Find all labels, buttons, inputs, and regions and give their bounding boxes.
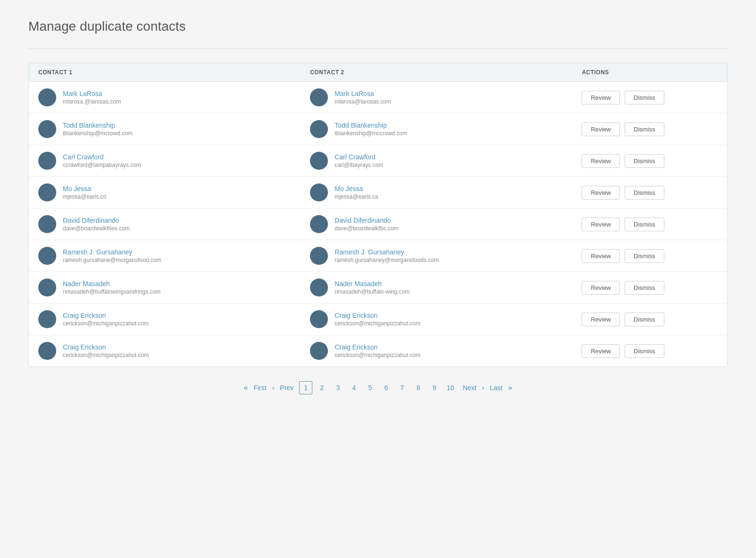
review-button[interactable]: Review xyxy=(582,154,620,168)
contact2-name: Craig Erickson xyxy=(335,343,421,351)
duplicates-table: CONTACT 1 CONTACT 2 ACTIONS Mark LaRosa … xyxy=(28,63,728,367)
contact1-cell: David Diferdinando dave@boardwalkfries.c… xyxy=(38,215,310,233)
avatar xyxy=(310,88,328,106)
page-number-9[interactable]: 9 xyxy=(428,381,441,394)
next-button[interactable]: Next xyxy=(460,382,479,393)
page-number-10[interactable]: 10 xyxy=(444,381,457,394)
contact1-cell: Ramesh J. Gursahaney ramesh.gursahane@mo… xyxy=(38,247,310,265)
review-button[interactable]: Review xyxy=(582,344,620,358)
avatar xyxy=(38,183,56,201)
contact2-info: David Diferdinando dave@boardwalkfbs.com xyxy=(335,217,398,232)
contact2-name: Mo Jessa xyxy=(335,185,378,192)
contact2-email: mjessa@earls.ca xyxy=(335,193,378,200)
contact2-info: Todd Blankenship tblankenship@mccrowd.co… xyxy=(335,122,407,137)
table-row: Mark LaRosa mlarosa.@larosas.com Mark La… xyxy=(29,82,727,113)
contact1-email: ccrawford@tampabayrays.com xyxy=(63,162,141,168)
contact1-cell: Craig Erickson cerickson@michiganpizzahu… xyxy=(38,310,310,328)
contact2-info: Craig Erickson cerickson@michiganpizzahu… xyxy=(335,312,421,327)
contact2-cell: Craig Erickson cerickson@michiganpizzahu… xyxy=(310,310,582,328)
table-row: Ramesh J. Gursahaney ramesh.gursahane@mo… xyxy=(29,240,727,272)
contact1-info: Nader Masadeh nmasadeh@buffalowingsandri… xyxy=(63,280,161,295)
dismiss-button[interactable]: Dismiss xyxy=(625,249,664,263)
actions-cell: Review Dismiss xyxy=(582,313,718,326)
page-numbers: 12345678910 xyxy=(299,381,457,394)
contact1-name: Craig Erickson xyxy=(63,312,149,319)
table-row: Craig Erickson cerickson@michiganpizzahu… xyxy=(29,335,727,366)
contact2-name: David Diferdinando xyxy=(335,217,398,224)
contact2-name: Nader Masadeh xyxy=(335,280,410,288)
review-button[interactable]: Review xyxy=(582,91,620,105)
contact1-cell: Mo Jessa mjessa@earls.co xyxy=(38,183,310,201)
header-contact2: CONTACT 2 xyxy=(310,69,582,76)
contact1-cell: Craig Erickson cerickson@michiganpizzahu… xyxy=(38,342,310,360)
contact2-cell: David Diferdinando dave@boardwalkfbs.com xyxy=(310,215,582,233)
page-number-6[interactable]: 6 xyxy=(379,381,393,394)
contact2-name: Mark LaRosa xyxy=(335,90,391,97)
contact1-name: David Diferdinando xyxy=(63,217,130,224)
review-button[interactable]: Review xyxy=(582,281,620,295)
first-double-chevron-icon: « xyxy=(244,384,248,392)
contact1-name: Craig Erickson xyxy=(63,343,149,351)
dismiss-button[interactable]: Dismiss xyxy=(625,154,664,168)
contact2-name: Ramesh J. Gursahaney xyxy=(335,248,438,256)
contact1-email: cerickson@michiganpizzahut.com xyxy=(63,320,149,327)
avatar xyxy=(38,215,56,233)
contact1-info: Craig Erickson cerickson@michiganpizzahu… xyxy=(63,343,149,358)
contact1-info: Craig Erickson cerickson@michiganpizzahu… xyxy=(63,312,149,327)
header-contact1: CONTACT 1 xyxy=(38,69,310,76)
avatar xyxy=(310,342,328,360)
contact2-info: Craig Erickson cerickson@michiganpizzahu… xyxy=(335,343,421,358)
contact2-name: Craig Erickson xyxy=(335,312,421,319)
contact1-name: Carl Crawford xyxy=(63,153,141,161)
dismiss-button[interactable]: Dismiss xyxy=(625,91,664,105)
contact1-name: Mo Jessa xyxy=(63,185,106,192)
contact2-email: tblankenship@mccrowd.com xyxy=(335,130,407,137)
page-number-4[interactable]: 4 xyxy=(347,381,361,394)
dismiss-button[interactable]: Dismiss xyxy=(625,122,664,136)
dismiss-button[interactable]: Dismiss xyxy=(625,218,664,231)
contact2-email: carl@tbayrays.com xyxy=(335,162,383,168)
pagination: « First ‹ Prev 12345678910 Next › Last » xyxy=(28,381,728,394)
review-button[interactable]: Review xyxy=(582,218,620,231)
page-number-1[interactable]: 1 xyxy=(299,381,312,394)
contact1-name: Mark LaRosa xyxy=(63,90,121,97)
table-row: Carl Crawford ccrawford@tampabayrays.com… xyxy=(29,145,727,177)
last-button[interactable]: Last xyxy=(487,382,505,393)
dismiss-button[interactable]: Dismiss xyxy=(625,186,664,200)
dismiss-button[interactable]: Dismiss xyxy=(625,313,664,326)
contact2-email: ramesh.gursahaney@morgansfoods.com xyxy=(335,257,438,263)
avatar xyxy=(38,120,56,138)
avatar xyxy=(38,279,56,296)
contact1-info: Ramesh J. Gursahaney ramesh.gursahane@mo… xyxy=(63,248,161,263)
contact2-cell: Carl Crawford carl@tbayrays.com xyxy=(310,152,582,170)
table-body: Mark LaRosa mlarosa.@larosas.com Mark La… xyxy=(29,82,727,366)
page-number-5[interactable]: 5 xyxy=(363,381,377,394)
contact2-email: dave@boardwalkfbs.com xyxy=(335,225,398,232)
review-button[interactable]: Review xyxy=(582,313,620,326)
review-button[interactable]: Review xyxy=(582,122,620,136)
first-button[interactable]: First xyxy=(251,382,269,393)
contact1-email: nmasadeh@buffalowingsandrings.com xyxy=(63,288,161,295)
table-header: CONTACT 1 CONTACT 2 ACTIONS xyxy=(29,63,727,82)
avatar xyxy=(310,152,328,170)
contact1-email: mjessa@earls.co xyxy=(63,193,106,200)
review-button[interactable]: Review xyxy=(582,249,620,263)
dismiss-button[interactable]: Dismiss xyxy=(625,281,664,295)
page-title: Manage duplicate contacts xyxy=(28,19,728,34)
actions-cell: Review Dismiss xyxy=(582,91,718,105)
contact1-info: Todd Blankenship tblankenship@mcrowd.com xyxy=(63,122,133,137)
dismiss-button[interactable]: Dismiss xyxy=(625,344,664,358)
avatar xyxy=(310,120,328,138)
actions-cell: Review Dismiss xyxy=(582,154,718,168)
review-button[interactable]: Review xyxy=(582,186,620,200)
page-number-7[interactable]: 7 xyxy=(395,381,409,394)
contact2-cell: Todd Blankenship tblankenship@mccrowd.co… xyxy=(310,120,582,138)
contact2-info: Mo Jessa mjessa@earls.ca xyxy=(335,185,378,200)
page-number-2[interactable]: 2 xyxy=(315,381,328,394)
page-number-8[interactable]: 8 xyxy=(412,381,425,394)
actions-cell: Review Dismiss xyxy=(582,186,718,200)
last-double-chevron-icon: » xyxy=(508,384,512,392)
contact1-name: Ramesh J. Gursahaney xyxy=(63,248,161,256)
page-number-3[interactable]: 3 xyxy=(331,381,344,394)
prev-button[interactable]: Prev xyxy=(277,382,297,393)
